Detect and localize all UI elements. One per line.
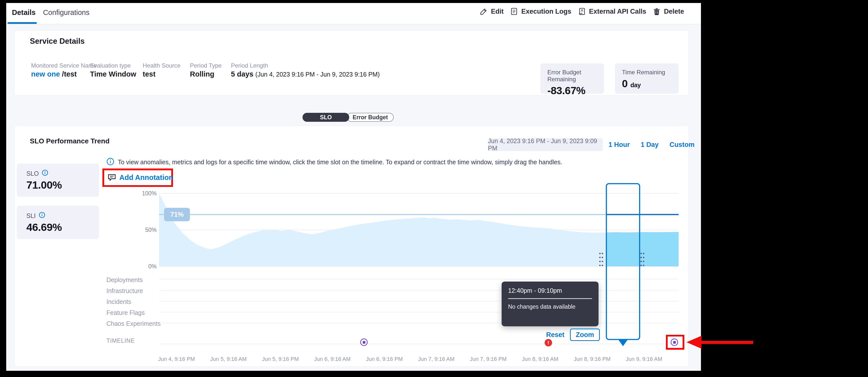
trash-icon [653, 7, 661, 15]
zoom-button[interactable]: Zoom [570, 328, 600, 341]
api-document-icon: API [578, 7, 586, 15]
evaluation-type-value: Time Window [90, 70, 136, 78]
x-axis-tick: Jun 9, 9:16 AM [612, 356, 676, 362]
tooltip-time-range: 12:40pm - 09:10pm [508, 287, 592, 294]
range-1-day[interactable]: 1 Day [641, 141, 659, 149]
document-icon [510, 7, 518, 15]
period-type-value: Rolling [190, 70, 214, 78]
time-remaining-box: Time Remaining 0 day [615, 63, 679, 94]
reset-button[interactable]: Reset [546, 331, 564, 339]
timeline-label: TIMELINE [106, 338, 135, 344]
lane-label-infrastructure: Infrastructure [106, 287, 143, 294]
execution-logs-button[interactable]: Execution Logs [510, 7, 571, 15]
range-1-hour[interactable]: 1 Hour [609, 141, 630, 149]
pencil-icon [480, 7, 488, 15]
edit-button[interactable]: Edit [480, 7, 504, 15]
error-marker-icon[interactable]: ! [545, 339, 552, 346]
date-range-pill: Jun 4, 2023 9:16 PM - Jun 9, 2023 9:09 P… [488, 138, 603, 151]
annotation-bubble-icon [107, 173, 116, 183]
info-banner-text: To view anomalies, metrics and logs for … [118, 159, 562, 166]
lane-label-deployments: Deployments [106, 276, 143, 284]
trend-title: SLO Performance Trend [30, 137, 110, 145]
time-remaining-value: 0 day [622, 78, 672, 90]
slo-card-label: SLO [26, 170, 39, 177]
tab-details[interactable]: Details [12, 8, 35, 17]
period-length-value: 5 days (Jun 4, 2023 9:16 PM - Jun 9, 202… [231, 70, 380, 78]
target-line-badge: 71% [170, 211, 184, 218]
toggle-slo[interactable]: SLO [303, 113, 349, 122]
markup-arrow [684, 334, 758, 352]
external-api-calls-button[interactable]: API External API Calls [578, 7, 646, 15]
lane-label-incidents: Incidents [106, 298, 131, 306]
header-actions: Edit Execution Logs API External API Cal… [480, 7, 684, 15]
field-label: Period Length [231, 62, 268, 69]
service-details-title: Service Details [30, 37, 85, 46]
field-label: Period Type [190, 62, 222, 69]
tooltip-divider [508, 298, 592, 299]
svg-text:API: API [579, 12, 582, 15]
changes-tooltip: 12:40pm - 09:10pm No changes data availa… [502, 282, 598, 326]
info-icon[interactable] [39, 212, 45, 220]
info-icon[interactable] [42, 169, 48, 178]
toggle-error-budget[interactable]: Error Budget [347, 113, 394, 122]
health-source-value: test [143, 70, 156, 78]
monitored-service-value: new one /test [31, 70, 77, 78]
markup-highlight-box-annotation-marker [666, 335, 684, 350]
info-icon [106, 158, 114, 166]
annotation-marker-icon[interactable] [360, 339, 368, 346]
tabbar-divider [6, 24, 701, 24]
screenshot-canvas: Details Configurations Edit Execution Lo… [0, 0, 868, 377]
range-custom[interactable]: Custom [670, 141, 695, 149]
sli-card-label: SLI [26, 212, 36, 219]
slo-trend-chart[interactable]: 71% [139, 179, 696, 353]
active-tab-underline [7, 22, 37, 24]
slo-value-card: SLO 71.00% [17, 163, 99, 197]
period-length-detail: (Jun 4, 2023 9:16 PM - Jun 9, 2023 9:16 … [255, 71, 379, 78]
range-options: 1 Hour 1 Day Custom [609, 138, 694, 151]
field-label: Evaluation type [90, 62, 131, 69]
error-budget-remaining-value: -83.67% [547, 85, 597, 97]
field-label: Health Source [143, 62, 181, 69]
time-remaining-unit: day [630, 82, 641, 89]
tab-configurations[interactable]: Configurations [43, 8, 90, 17]
monitored-service-link[interactable]: new one [31, 70, 60, 78]
error-budget-remaining-box: Error Budget Remaining -83.67% [540, 63, 604, 94]
delete-button[interactable]: Delete [653, 7, 684, 15]
sli-card-value: 46.69% [26, 221, 90, 233]
field-label: Monitored Service Name [31, 62, 97, 69]
monitored-service-path: /test [62, 70, 77, 78]
tooltip-message: No changes data available [508, 304, 592, 310]
sli-value-card: SLI 46.69% [17, 206, 99, 239]
slo-card-value: 71.00% [26, 179, 90, 191]
